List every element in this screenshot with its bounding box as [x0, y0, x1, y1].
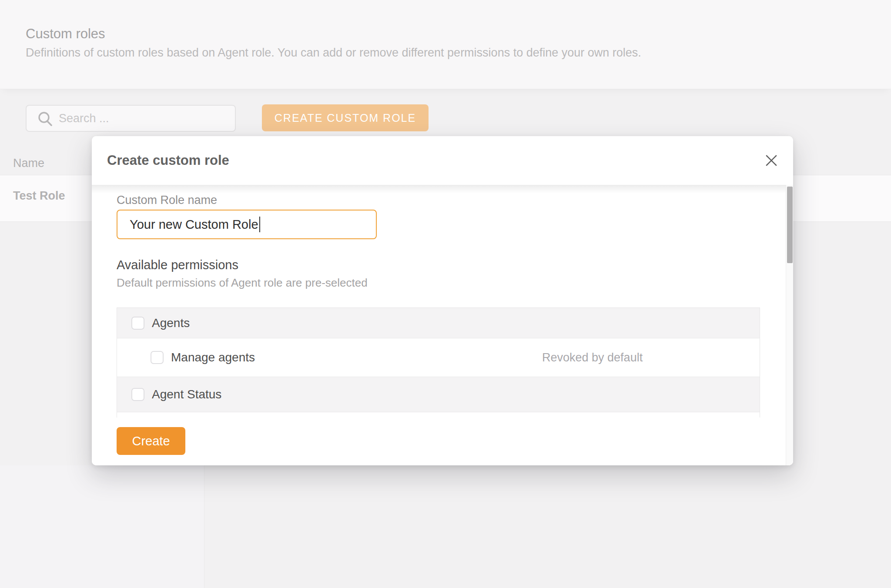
permission-child-row-manage-agents[interactable]: Manage agents Revoked by default [117, 338, 760, 377]
custom-role-name-label: Custom Role name [117, 194, 217, 207]
screen: Custom roles Definitions of custom roles… [0, 0, 891, 588]
table-bottom-area [0, 465, 204, 588]
checkbox-manage-agents[interactable] [151, 351, 164, 364]
permissions-list: Agents Manage agents Revoked by default … [117, 307, 760, 418]
available-permissions-subheading: Default permissions of Agent role are pr… [117, 276, 368, 290]
page-header-band: Custom roles Definitions of custom roles… [0, 0, 891, 89]
page-title: Custom roles [26, 26, 105, 42]
search-box[interactable] [26, 105, 236, 132]
search-input[interactable] [59, 107, 224, 130]
available-permissions-heading: Available permissions [117, 258, 238, 272]
permission-row-clipped [117, 412, 760, 418]
text-caret [259, 217, 260, 232]
permission-group-row-agent-status[interactable]: Agent Status [117, 377, 760, 412]
checkbox-agent-status[interactable] [131, 388, 144, 401]
modal-body: Custom Role name Your new Custom Role Av… [92, 185, 793, 465]
page-subtitle: Definitions of custom roles based on Age… [26, 46, 641, 60]
create-custom-role-button[interactable]: CREATE CUSTOM ROLE [262, 104, 429, 131]
modal-scrollbar-track[interactable] [786, 185, 793, 465]
close-button[interactable] [761, 154, 781, 167]
permission-label: Agent Status [152, 388, 221, 401]
close-icon [765, 154, 778, 167]
permission-default-note: Revoked by default [542, 351, 643, 364]
checkbox-agents[interactable] [131, 317, 144, 330]
create-submit-button[interactable]: Create [117, 427, 185, 455]
create-custom-role-modal: Create custom role Custom Role name Your… [92, 136, 793, 465]
modal-header: Create custom role [92, 136, 793, 185]
custom-role-name-input[interactable]: Your new Custom Role [117, 210, 377, 239]
table-cell-role-name: Test Role [13, 189, 65, 203]
table-column-header-name: Name [13, 157, 44, 170]
permission-group-row-agents[interactable]: Agents [117, 308, 760, 338]
modal-scrollbar-thumb[interactable] [787, 187, 793, 263]
modal-title: Create custom role [107, 153, 229, 168]
permission-label: Manage agents [171, 351, 255, 364]
search-icon [37, 111, 54, 127]
permission-label: Agents [152, 316, 190, 330]
custom-role-name-value: Your new Custom Role [130, 217, 258, 232]
